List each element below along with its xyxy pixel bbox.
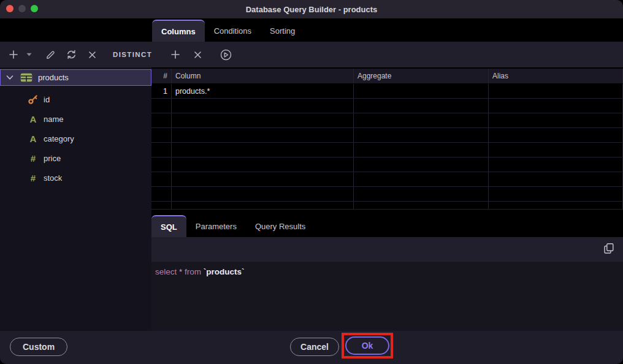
ok-button[interactable]: Ok <box>345 336 389 355</box>
tree-node-field-id[interactable]: id <box>0 89 151 109</box>
table-cell[interactable] <box>354 187 489 201</box>
table-cell[interactable] <box>354 99 489 113</box>
tab-parameters[interactable]: Parameters <box>186 216 246 237</box>
column-header-aggregate: Aggregate <box>354 69 489 83</box>
table-cell[interactable] <box>151 172 172 186</box>
columns-table: # Column Aggregate Alias 1products.* <box>151 69 623 213</box>
table-cell[interactable] <box>172 143 354 157</box>
number-field-icon: # <box>27 154 39 163</box>
table-cell[interactable] <box>489 143 623 157</box>
copy-sql-button[interactable] <box>603 242 615 257</box>
table-row[interactable] <box>151 187 623 202</box>
table-cell[interactable] <box>489 128 623 142</box>
minimize-window-button[interactable] <box>18 5 26 12</box>
add-item-dropdown-button[interactable] <box>25 45 33 64</box>
result-tabstrip: SQL Parameters Query Results <box>151 214 623 237</box>
tree-node-field-category[interactable]: A category <box>0 129 151 148</box>
remove-button[interactable] <box>83 45 101 64</box>
table-cell[interactable] <box>151 157 172 172</box>
play-circle-icon <box>220 48 232 61</box>
tree-node-field-name[interactable]: A name <box>0 109 151 129</box>
custom-button[interactable]: Custom <box>10 338 67 356</box>
table-row[interactable] <box>151 157 623 172</box>
tab-conditions[interactable]: Conditions <box>205 20 261 42</box>
table-cell[interactable] <box>151 99 172 113</box>
schema-sidebar: products id A name A category <box>0 67 151 331</box>
table-cell[interactable] <box>354 157 489 172</box>
add-item-button[interactable] <box>6 45 21 64</box>
table-row[interactable] <box>151 143 623 157</box>
sql-editor[interactable]: select * from `products` <box>151 262 623 331</box>
table-cell[interactable] <box>151 128 172 142</box>
tab-query-results[interactable]: Query Results <box>246 216 315 237</box>
table-name-label: products <box>38 73 69 82</box>
table-row[interactable] <box>151 172 623 187</box>
table-row[interactable]: 1products.* <box>151 84 623 99</box>
table-row[interactable] <box>151 128 623 143</box>
content-area: products id A name A category <box>0 67 623 331</box>
table-cell[interactable] <box>354 84 489 98</box>
table-cell[interactable] <box>489 99 623 113</box>
table-cell[interactable] <box>151 187 172 201</box>
cancel-button[interactable]: Cancel <box>290 338 339 356</box>
field-name-label: id <box>44 95 50 104</box>
close-icon <box>88 50 97 59</box>
chevron-expanded-icon[interactable] <box>6 75 13 80</box>
table-icon <box>20 73 32 82</box>
tree-node-field-stock[interactable]: # stock <box>0 168 151 188</box>
pencil-icon <box>45 50 56 60</box>
sql-toolbar <box>151 237 623 262</box>
table-cell[interactable] <box>172 187 354 201</box>
refresh-button[interactable] <box>63 45 80 64</box>
table-cell[interactable] <box>172 99 354 113</box>
builder-tabstrip: Columns Conditions Sorting <box>0 18 623 42</box>
sql-star: * <box>179 267 182 276</box>
edit-button[interactable] <box>42 45 59 64</box>
sql-table-identifier: `products` <box>204 267 245 276</box>
table-cell[interactable] <box>489 84 623 98</box>
run-query-button[interactable] <box>217 45 234 64</box>
tab-sorting[interactable]: Sorting <box>261 20 304 42</box>
table-cell[interactable] <box>489 202 623 209</box>
table-cell[interactable] <box>151 143 172 157</box>
table-cell[interactable] <box>354 202 489 209</box>
table-cell[interactable] <box>354 172 489 186</box>
table-cell[interactable] <box>354 128 489 142</box>
field-name-label: name <box>44 115 64 124</box>
column-header-number: # <box>151 69 172 83</box>
table-row[interactable] <box>151 99 623 113</box>
table-cell[interactable] <box>172 202 354 209</box>
table-cell[interactable] <box>489 187 623 201</box>
table-cell[interactable] <box>489 113 623 127</box>
key-icon <box>27 94 39 105</box>
table-row[interactable] <box>151 113 623 128</box>
table-cell[interactable] <box>489 157 623 172</box>
tab-columns[interactable]: Columns <box>152 20 205 42</box>
window-title: Database Query Builder - products <box>0 5 623 14</box>
tree-node-field-price[interactable]: # price <box>0 148 151 168</box>
table-cell[interactable] <box>172 157 354 172</box>
field-name-label: category <box>44 134 74 143</box>
table-cell[interactable]: 1 <box>151 84 172 98</box>
distinct-toggle[interactable]: DISTINCT <box>113 51 152 58</box>
add-column-button[interactable] <box>168 45 183 64</box>
table-cell[interactable] <box>172 113 354 127</box>
tree-node-products-table[interactable]: products <box>0 69 151 86</box>
table-cell[interactable] <box>172 172 354 186</box>
table-cell[interactable] <box>354 143 489 157</box>
table-cell[interactable] <box>354 113 489 127</box>
text-field-icon: A <box>27 115 39 124</box>
table-row[interactable] <box>151 202 623 210</box>
table-cell[interactable] <box>489 172 623 186</box>
sql-keyword: from <box>185 267 201 276</box>
table-cell[interactable]: products.* <box>172 84 354 98</box>
close-window-button[interactable] <box>6 5 13 12</box>
column-header-column: Column <box>172 69 354 83</box>
table-cell[interactable] <box>151 202 172 209</box>
remove-column-button[interactable] <box>190 45 205 64</box>
table-cell[interactable] <box>151 113 172 127</box>
titlebar: Database Query Builder - products <box>0 0 623 18</box>
tab-sql[interactable]: SQL <box>151 215 186 237</box>
zoom-window-button[interactable] <box>31 5 38 12</box>
table-cell[interactable] <box>172 128 354 142</box>
